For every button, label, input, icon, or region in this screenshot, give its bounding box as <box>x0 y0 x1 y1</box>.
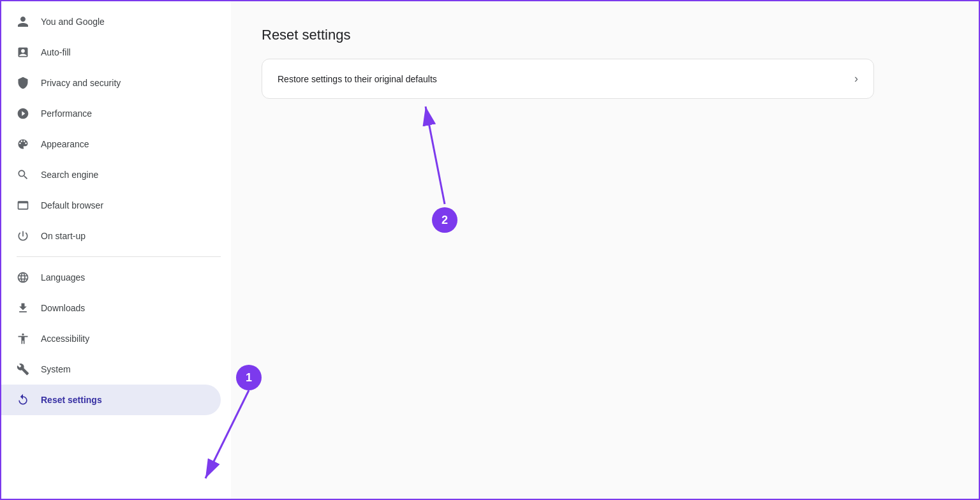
search-icon <box>17 168 29 181</box>
sidebar-item-label: Auto-fill <box>41 47 71 57</box>
shield-icon <box>17 77 29 89</box>
annotation-circle-2: 2 <box>432 207 457 233</box>
sidebar-divider <box>17 256 221 257</box>
sidebar-item-label: Appearance <box>41 139 89 149</box>
sidebar-item-label: Privacy and security <box>41 78 121 88</box>
accessibility-icon <box>17 332 29 345</box>
restore-settings-label: Restore settings to their original defau… <box>278 74 437 84</box>
sidebar-item-label: You and Google <box>41 17 105 27</box>
sidebar-item-label: Search engine <box>41 170 98 180</box>
sidebar-item-on-startup[interactable]: On start-up <box>1 221 221 251</box>
sidebar-item-label: Default browser <box>41 200 103 210</box>
performance-icon <box>17 107 29 120</box>
browser-icon <box>17 199 29 212</box>
settings-card: Restore settings to their original defau… <box>262 59 874 99</box>
annotation-circle-1: 1 <box>236 365 262 390</box>
main-content: Reset settings Restore settings to their… <box>231 1 979 500</box>
sidebar-item-performance[interactable]: Performance <box>1 98 221 129</box>
globe-icon <box>17 271 29 284</box>
sidebar-item-languages[interactable]: Languages <box>1 262 221 293</box>
sidebar-item-you-and-google[interactable]: You and Google <box>1 6 221 37</box>
power-icon <box>17 230 29 242</box>
sidebar-item-label: Downloads <box>41 303 85 313</box>
sidebar-item-privacy-security[interactable]: Privacy and security <box>1 68 221 98</box>
chevron-right-icon: › <box>854 72 858 85</box>
sidebar-item-label: Accessibility <box>41 334 89 344</box>
autofill-icon <box>17 46 29 59</box>
sidebar-item-downloads[interactable]: Downloads <box>1 293 221 323</box>
sidebar-item-appearance[interactable]: Appearance <box>1 129 221 159</box>
sidebar-item-label: System <box>41 364 71 374</box>
sidebar-item-default-browser[interactable]: Default browser <box>1 190 221 221</box>
page-title: Reset settings <box>262 27 948 43</box>
sidebar-item-label: Performance <box>41 108 92 119</box>
palette-icon <box>17 138 29 151</box>
sidebar-item-label: On start-up <box>41 231 85 241</box>
sidebar-item-label: Languages <box>41 272 85 283</box>
reset-icon <box>17 393 29 406</box>
sidebar-item-accessibility[interactable]: Accessibility <box>1 323 221 354</box>
person-icon <box>17 15 29 28</box>
restore-settings-row[interactable]: Restore settings to their original defau… <box>262 59 873 98</box>
sidebar: You and Google Auto-fill Privacy and sec… <box>1 1 231 500</box>
sidebar-item-auto-fill[interactable]: Auto-fill <box>1 37 221 68</box>
sidebar-item-system[interactable]: System <box>1 354 221 385</box>
sidebar-item-reset-settings[interactable]: Reset settings <box>1 385 221 415</box>
sidebar-item-label: Reset settings <box>41 395 102 405</box>
sidebar-item-search-engine[interactable]: Search engine <box>1 159 221 190</box>
download-icon <box>17 302 29 314</box>
system-icon <box>17 363 29 376</box>
